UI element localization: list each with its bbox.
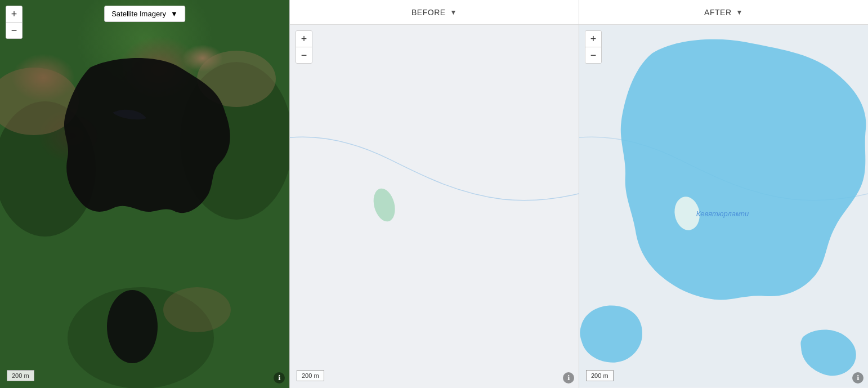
after-header: AFTER ▼ [579, 0, 868, 25]
before-scale-bar: 200 m [297, 370, 324, 381]
satellite-info-button[interactable]: ℹ [274, 372, 285, 383]
svg-point-6 [107, 290, 158, 363]
after-scale-bar: 200 m [586, 370, 614, 381]
satellite-zoom-controls: + − [6, 6, 23, 39]
before-chevron[interactable]: ▼ [450, 8, 457, 16]
svg-point-5 [163, 287, 231, 332]
lake-name-text: Кевятюрлампи [696, 209, 749, 218]
before-zoom-controls: + − [296, 30, 312, 64]
after-zoom-out[interactable]: − [585, 47, 601, 63]
before-zoom-in[interactable]: + [296, 31, 312, 47]
satellite-zoom-out[interactable]: − [6, 23, 22, 38]
after-zoom-controls: + − [585, 30, 602, 64]
before-map[interactable] [290, 25, 579, 388]
layer-selector-label: Satellite Imagery [111, 10, 166, 18]
after-map-svg: Кевятюрлампи [579, 25, 868, 388]
layer-selector-chevron: ▼ [171, 10, 178, 18]
after-map[interactable]: Кевятюрлампи [579, 25, 868, 388]
before-zoom-out[interactable]: − [296, 47, 312, 63]
after-chevron[interactable]: ▼ [736, 8, 743, 16]
before-map-svg [290, 25, 579, 388]
before-label: BEFORE [411, 8, 446, 17]
after-info-button[interactable]: ℹ [852, 372, 863, 383]
satellite-scale-bar: 200 m [7, 370, 34, 381]
before-info-button[interactable]: ℹ [563, 372, 574, 383]
after-label: AFTER [704, 8, 731, 17]
layer-selector[interactable]: Satellite Imagery ▼ [104, 6, 185, 22]
after-zoom-in[interactable]: + [585, 31, 601, 47]
after-panel: AFTER ▼ Кевятюрлампи + − 200 m ℹ [579, 0, 868, 388]
svg-point-7 [370, 186, 399, 224]
before-header: BEFORE ▼ [290, 0, 579, 25]
satellite-lake-svg [0, 0, 289, 388]
satellite-panel: + − Satellite Imagery ▼ 200 m ℹ [0, 0, 289, 388]
satellite-zoom-in[interactable]: + [6, 6, 22, 22]
before-panel: BEFORE ▼ + − 200 m ℹ [289, 0, 579, 388]
